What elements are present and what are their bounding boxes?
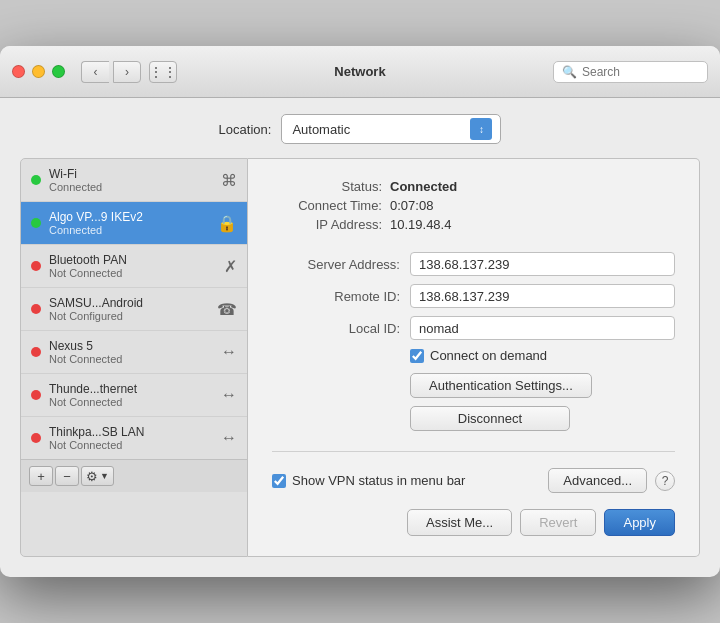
sidebar-item-algo-vpn[interactable]: Algo VP...9 IKEv2 Connected 🔒 [21, 202, 247, 245]
item-name-wifi: Wi-Fi [49, 167, 215, 181]
status-section: Status: Connected Connect Time: 0:07:08 … [272, 179, 675, 232]
remote-id-label: Remote ID: [272, 289, 400, 304]
location-label: Location: [219, 122, 272, 137]
status-dot-algo-vpn [31, 218, 41, 228]
connect-time-row: Connect Time: 0:07:08 [272, 198, 675, 213]
revert-button[interactable]: Revert [520, 509, 596, 536]
item-name-samsung: SAMSU...Android [49, 296, 211, 310]
sidebar-toolbar: + − ⚙ ▼ [21, 459, 247, 492]
item-name-thinkpad-lan: Thinkpa...SB LAN [49, 425, 215, 439]
server-address-label: Server Address: [272, 257, 400, 272]
status-dot-bluetooth-pan [31, 261, 41, 271]
item-status-samsung: Not Configured [49, 310, 211, 322]
show-vpn-row: Show VPN status in menu bar [272, 473, 465, 488]
status-dot-thundernet [31, 390, 41, 400]
connect-on-demand-label: Connect on demand [430, 348, 547, 363]
server-address-row: Server Address: [272, 252, 675, 276]
connect-on-demand-row: Connect on demand [410, 348, 675, 363]
item-status-wifi: Connected [49, 181, 215, 193]
help-button[interactable]: ? [655, 471, 675, 491]
bluetooth-icon: ✗ [224, 257, 237, 276]
remote-id-row: Remote ID: [272, 284, 675, 308]
sidebar-item-samsung[interactable]: SAMSU...Android Not Configured ☎ [21, 288, 247, 331]
main-content: Location: Automatic ↕ Wi-Fi Connected [0, 98, 720, 577]
item-text-nexus5: Nexus 5 Not Connected [49, 339, 215, 365]
search-input[interactable] [582, 65, 699, 79]
status-value: Connected [390, 179, 457, 194]
status-dot-samsung [31, 304, 41, 314]
footer-buttons: Assist Me... Revert Apply [272, 509, 675, 536]
item-name-algo-vpn: Algo VP...9 IKEv2 [49, 210, 211, 224]
add-network-button[interactable]: + [29, 466, 53, 486]
connect-time-label: Connect Time: [272, 198, 382, 213]
show-vpn-checkbox[interactable] [272, 474, 286, 488]
nav-buttons: ‹ › [81, 61, 141, 83]
item-name-bluetooth-pan: Bluetooth PAN [49, 253, 218, 267]
gear-menu-button[interactable]: ⚙ ▼ [81, 466, 114, 486]
apply-button[interactable]: Apply [604, 509, 675, 536]
grid-button[interactable]: ⋮⋮ [149, 61, 177, 83]
sidebar-item-wifi[interactable]: Wi-Fi Connected ⌘ [21, 159, 247, 202]
assist-me-button[interactable]: Assist Me... [407, 509, 512, 536]
connect-time-value: 0:07:08 [390, 198, 433, 213]
bottom-right-buttons: Advanced... ? [548, 468, 675, 493]
item-status-nexus5: Not Connected [49, 353, 215, 365]
phone-icon: ☎ [217, 300, 237, 319]
arrows-icon-nexus5: ↔ [221, 343, 237, 361]
network-window: ‹ › ⋮⋮ Network 🔍 Location: Automatic ↕ [0, 46, 720, 577]
titlebar: ‹ › ⋮⋮ Network 🔍 [0, 46, 720, 98]
bottom-options: Show VPN status in menu bar Advanced... … [272, 451, 675, 493]
lock-icon: 🔒 [217, 214, 237, 233]
item-text-samsung: SAMSU...Android Not Configured [49, 296, 211, 322]
ip-value: 10.19.48.4 [390, 217, 451, 232]
item-name-nexus5: Nexus 5 [49, 339, 215, 353]
remove-network-button[interactable]: − [55, 466, 79, 486]
local-id-label: Local ID: [272, 321, 400, 336]
auth-settings-button[interactable]: Authentication Settings... [410, 373, 592, 398]
form-section: Server Address: Remote ID: Local ID: Con… [272, 252, 675, 431]
disconnect-button[interactable]: Disconnect [410, 406, 570, 431]
location-bar: Location: Automatic ↕ [20, 114, 700, 144]
item-text-algo-vpn: Algo VP...9 IKEv2 Connected [49, 210, 211, 236]
back-button[interactable]: ‹ [81, 61, 109, 83]
arrows-icon-thinkpad: ↔ [221, 429, 237, 447]
ip-label: IP Address: [272, 217, 382, 232]
local-id-input[interactable] [410, 316, 675, 340]
maximize-button[interactable] [52, 65, 65, 78]
item-text-bluetooth-pan: Bluetooth PAN Not Connected [49, 253, 218, 279]
detail-panel: Status: Connected Connect Time: 0:07:08 … [248, 158, 700, 557]
status-dot-nexus5 [31, 347, 41, 357]
sidebar-item-nexus5[interactable]: Nexus 5 Not Connected ↔ [21, 331, 247, 374]
location-arrow-icon: ↕ [470, 118, 492, 140]
wifi-icon: ⌘ [221, 171, 237, 190]
sidebar-item-thundernet[interactable]: Thunde...thernet Not Connected ↔ [21, 374, 247, 417]
action-buttons: Authentication Settings... Disconnect [410, 373, 675, 431]
forward-button[interactable]: › [113, 61, 141, 83]
item-status-algo-vpn: Connected [49, 224, 211, 236]
content-columns: Wi-Fi Connected ⌘ Algo VP...9 IKEv2 Conn… [20, 158, 700, 557]
network-list: Wi-Fi Connected ⌘ Algo VP...9 IKEv2 Conn… [21, 159, 247, 459]
minimize-button[interactable] [32, 65, 45, 78]
status-label: Status: [272, 179, 382, 194]
item-text-wifi: Wi-Fi Connected [49, 167, 215, 193]
close-button[interactable] [12, 65, 25, 78]
location-value: Automatic [292, 122, 462, 137]
status-row: Status: Connected [272, 179, 675, 194]
search-box[interactable]: 🔍 [553, 61, 708, 83]
arrows-icon-thundernet: ↔ [221, 386, 237, 404]
item-status-thundernet: Not Connected [49, 396, 215, 408]
sidebar-item-thinkpad-lan[interactable]: Thinkpa...SB LAN Not Connected ↔ [21, 417, 247, 459]
item-status-bluetooth-pan: Not Connected [49, 267, 218, 279]
server-address-input[interactable] [410, 252, 675, 276]
remote-id-input[interactable] [410, 284, 675, 308]
ip-row: IP Address: 10.19.48.4 [272, 217, 675, 232]
sidebar-item-bluetooth-pan[interactable]: Bluetooth PAN Not Connected ✗ [21, 245, 247, 288]
item-name-thundernet: Thunde...thernet [49, 382, 215, 396]
advanced-button[interactable]: Advanced... [548, 468, 647, 493]
window-title: Network [334, 64, 385, 79]
item-status-thinkpad-lan: Not Connected [49, 439, 215, 451]
status-dot-thinkpad-lan [31, 433, 41, 443]
item-text-thinkpad-lan: Thinkpa...SB LAN Not Connected [49, 425, 215, 451]
location-dropdown[interactable]: Automatic ↕ [281, 114, 501, 144]
connect-on-demand-checkbox[interactable] [410, 349, 424, 363]
